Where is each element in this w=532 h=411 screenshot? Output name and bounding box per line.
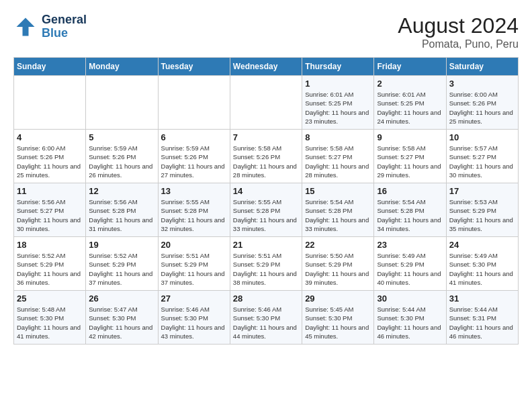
day-number: 18 [17,240,83,250]
logo: General Blue [13,13,87,40]
day-number: 6 [161,132,227,142]
day-number: 4 [17,132,83,142]
page-header: General Blue August 2024 Pomata, Puno, P… [13,13,519,50]
calendar-cell: 19Sunrise: 5:52 AM Sunset: 5:29 PM Dayli… [86,237,158,291]
day-number: 30 [377,293,443,304]
day-info: Sunrise: 5:49 AM Sunset: 5:29 PM Dayligh… [377,251,443,287]
calendar-cell [14,76,86,130]
day-info: Sunrise: 5:49 AM Sunset: 5:30 PM Dayligh… [449,251,515,287]
day-number: 10 [449,132,515,142]
day-number: 22 [305,240,371,250]
day-info: Sunrise: 5:58 AM Sunset: 5:26 PM Dayligh… [233,144,299,179]
calendar-week-row: 11Sunrise: 5:56 AM Sunset: 5:27 PM Dayli… [14,183,519,237]
day-info: Sunrise: 6:00 AM Sunset: 5:26 PM Dayligh… [17,144,83,179]
weekday-header: Thursday [302,58,374,76]
day-number: 17 [449,186,515,196]
day-number: 16 [377,186,443,196]
day-number: 7 [233,132,299,142]
calendar-cell: 25Sunrise: 5:48 AM Sunset: 5:30 PM Dayli… [14,291,86,345]
day-info: Sunrise: 6:01 AM Sunset: 5:25 PM Dayligh… [305,90,371,126]
calendar-cell: 23Sunrise: 5:49 AM Sunset: 5:29 PM Dayli… [374,237,446,291]
day-info: Sunrise: 5:46 AM Sunset: 5:30 PM Dayligh… [233,305,299,340]
calendar-cell: 29Sunrise: 5:45 AM Sunset: 5:30 PM Dayli… [302,291,374,345]
day-number: 3 [449,79,515,89]
calendar-week-row: 18Sunrise: 5:52 AM Sunset: 5:29 PM Dayli… [14,237,519,291]
calendar-cell: 1Sunrise: 6:01 AM Sunset: 5:25 PM Daylig… [302,76,374,130]
day-info: Sunrise: 6:00 AM Sunset: 5:26 PM Dayligh… [449,90,515,126]
day-number: 15 [305,186,371,196]
day-number: 12 [89,186,154,196]
calendar-cell: 26Sunrise: 5:47 AM Sunset: 5:30 PM Dayli… [86,291,158,345]
calendar-cell: 31Sunrise: 5:44 AM Sunset: 5:31 PM Dayli… [446,291,518,345]
calendar-cell: 30Sunrise: 5:44 AM Sunset: 5:30 PM Dayli… [374,291,446,345]
calendar-cell: 6Sunrise: 5:59 AM Sunset: 5:26 PM Daylig… [158,130,230,183]
calendar-cell: 24Sunrise: 5:49 AM Sunset: 5:30 PM Dayli… [446,237,518,291]
calendar-cell: 22Sunrise: 5:50 AM Sunset: 5:29 PM Dayli… [302,237,374,291]
weekday-header: Friday [374,58,446,76]
page-subtitle: Pomata, Puno, Peru [398,38,519,50]
day-info: Sunrise: 5:52 AM Sunset: 5:29 PM Dayligh… [89,251,154,287]
calendar-table: SundayMondayTuesdayWednesdayThursdayFrid… [13,57,519,345]
title-block: August 2024 Pomata, Puno, Peru [398,13,519,50]
day-info: Sunrise: 5:52 AM Sunset: 5:29 PM Dayligh… [17,251,83,287]
calendar-cell: 9Sunrise: 5:58 AM Sunset: 5:27 PM Daylig… [374,130,446,183]
calendar-cell: 11Sunrise: 5:56 AM Sunset: 5:27 PM Dayli… [14,183,86,237]
day-info: Sunrise: 5:47 AM Sunset: 5:30 PM Dayligh… [89,305,154,340]
day-info: Sunrise: 5:46 AM Sunset: 5:30 PM Dayligh… [161,305,227,340]
day-info: Sunrise: 5:44 AM Sunset: 5:30 PM Dayligh… [377,305,443,340]
calendar-cell: 8Sunrise: 5:58 AM Sunset: 5:27 PM Daylig… [302,130,374,183]
calendar-cell: 5Sunrise: 5:59 AM Sunset: 5:26 PM Daylig… [86,130,158,183]
day-info: Sunrise: 5:45 AM Sunset: 5:30 PM Dayligh… [305,305,371,340]
day-info: Sunrise: 5:56 AM Sunset: 5:27 PM Dayligh… [17,197,83,233]
day-info: Sunrise: 5:56 AM Sunset: 5:28 PM Dayligh… [89,197,154,233]
calendar-cell: 7Sunrise: 5:58 AM Sunset: 5:26 PM Daylig… [230,130,302,183]
day-info: Sunrise: 6:01 AM Sunset: 5:25 PM Dayligh… [377,90,443,126]
calendar-cell: 15Sunrise: 5:54 AM Sunset: 5:28 PM Dayli… [302,183,374,237]
day-info: Sunrise: 5:51 AM Sunset: 5:29 PM Dayligh… [161,251,227,287]
day-info: Sunrise: 5:58 AM Sunset: 5:27 PM Dayligh… [305,144,371,179]
day-info: Sunrise: 5:54 AM Sunset: 5:28 PM Dayligh… [305,197,371,233]
weekday-header: Sunday [14,58,86,76]
day-info: Sunrise: 5:58 AM Sunset: 5:27 PM Dayligh… [377,144,443,179]
page-title: August 2024 [398,13,519,38]
calendar-cell: 18Sunrise: 5:52 AM Sunset: 5:29 PM Dayli… [14,237,86,291]
day-info: Sunrise: 5:59 AM Sunset: 5:26 PM Dayligh… [89,144,154,179]
calendar-cell: 12Sunrise: 5:56 AM Sunset: 5:28 PM Dayli… [86,183,158,237]
logo-text: General Blue [42,13,87,40]
day-number: 13 [161,186,227,196]
day-number: 2 [377,79,443,89]
calendar-week-row: 4Sunrise: 6:00 AM Sunset: 5:26 PM Daylig… [14,130,519,183]
calendar-cell: 3Sunrise: 6:00 AM Sunset: 5:26 PM Daylig… [446,76,518,130]
calendar-cell: 10Sunrise: 5:57 AM Sunset: 5:27 PM Dayli… [446,130,518,183]
day-number: 25 [17,293,83,304]
calendar-cell: 17Sunrise: 5:53 AM Sunset: 5:29 PM Dayli… [446,183,518,237]
calendar-cell [86,76,158,130]
calendar-cell: 27Sunrise: 5:46 AM Sunset: 5:30 PM Dayli… [158,291,230,345]
day-number: 8 [305,132,371,142]
day-number: 21 [233,240,299,250]
weekday-header: Tuesday [158,58,230,76]
weekday-header: Wednesday [230,58,302,76]
day-info: Sunrise: 5:50 AM Sunset: 5:29 PM Dayligh… [305,251,371,287]
day-number: 20 [161,240,227,250]
svg-marker-0 [17,17,35,36]
logo-icon [13,15,38,39]
weekday-header-row: SundayMondayTuesdayWednesdayThursdayFrid… [14,58,519,76]
day-info: Sunrise: 5:48 AM Sunset: 5:30 PM Dayligh… [17,305,83,340]
day-info: Sunrise: 5:59 AM Sunset: 5:26 PM Dayligh… [161,144,227,179]
day-number: 29 [305,293,371,304]
day-number: 5 [89,132,154,142]
day-number: 11 [17,186,83,196]
day-number: 14 [233,186,299,196]
day-number: 23 [377,240,443,250]
day-info: Sunrise: 5:55 AM Sunset: 5:28 PM Dayligh… [161,197,227,233]
calendar-cell [230,76,302,130]
weekday-header: Saturday [446,58,518,76]
day-number: 24 [449,240,515,250]
calendar-cell: 16Sunrise: 5:54 AM Sunset: 5:28 PM Dayli… [374,183,446,237]
day-number: 31 [449,293,515,304]
calendar-cell: 2Sunrise: 6:01 AM Sunset: 5:25 PM Daylig… [374,76,446,130]
day-info: Sunrise: 5:57 AM Sunset: 5:27 PM Dayligh… [449,144,515,179]
day-number: 26 [89,293,154,304]
day-number: 9 [377,132,443,142]
